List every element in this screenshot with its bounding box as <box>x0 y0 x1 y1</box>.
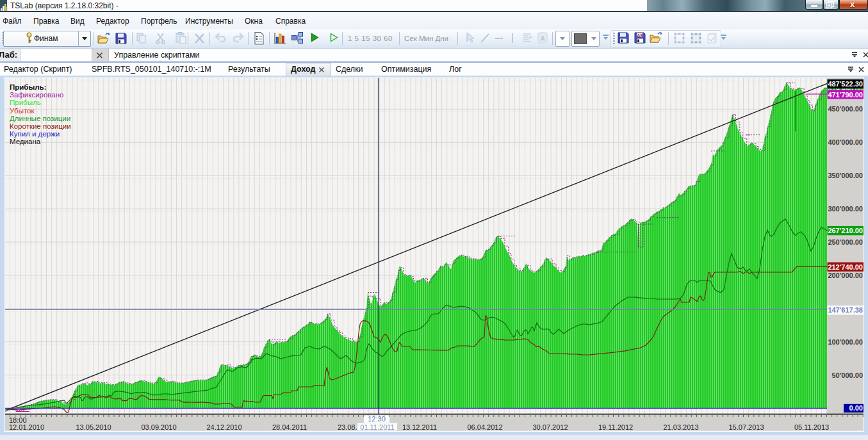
svg-text:Купил и держи: Купил и держи <box>10 130 60 138</box>
svg-text:A: A <box>540 35 545 42</box>
svg-text:100'000.00: 100'000.00 <box>828 338 863 346</box>
svg-text:487'522.30: 487'522.30 <box>828 80 863 88</box>
svg-text:Убыток: Убыток <box>10 107 35 115</box>
svg-text:21.03.2013: 21.03.2013 <box>663 423 698 431</box>
svg-text:Зафиксировано: Зафиксировано <box>10 91 63 99</box>
svg-text:05.11.2013: 05.11.2013 <box>794 423 829 431</box>
svg-text:400'000.00: 400'000.00 <box>828 138 863 146</box>
svg-text:Длинные позиции: Длинные позиции <box>10 115 70 122</box>
svg-text:03.09.2010: 03.09.2010 <box>141 423 176 431</box>
svg-text:Короткие позиции: Короткие позиции <box>10 122 71 130</box>
svg-text:13.12.2011: 13.12.2011 <box>402 423 437 431</box>
svg-text:12:30: 12:30 <box>368 415 386 423</box>
svg-text:06.04.2012: 06.04.2012 <box>467 423 502 431</box>
svg-text:212'740.00: 212'740.00 <box>828 263 863 271</box>
svg-text:300'000.00: 300'000.00 <box>828 205 863 213</box>
svg-text:Прибыль:: Прибыль: <box>10 83 47 91</box>
svg-text:0.00: 0.00 <box>849 404 863 412</box>
svg-text:24.12.2010: 24.12.2010 <box>206 423 242 431</box>
svg-text:450'000.00: 450'000.00 <box>828 105 863 113</box>
svg-text:13.05.2010: 13.05.2010 <box>76 423 111 431</box>
svg-text:250'000.00: 250'000.00 <box>828 238 863 246</box>
svg-text:471'790.00: 471'790.00 <box>828 91 863 99</box>
svg-text:30.07.2012: 30.07.2012 <box>532 423 568 431</box>
svg-text:19.11.2012: 19.11.2012 <box>598 423 633 431</box>
svg-text:Медиана: Медиана <box>10 138 41 145</box>
svg-text:28.04.2011: 28.04.2011 <box>272 423 307 431</box>
svg-text:267'210.00: 267'210.00 <box>828 227 863 234</box>
svg-text:15.07.2013: 15.07.2013 <box>728 423 764 431</box>
svg-text:Прибыль: Прибыль <box>10 99 41 106</box>
svg-text:12.01.2010: 12.01.2010 <box>9 423 44 431</box>
svg-text:01.11.2011: 01.11.2011 <box>360 423 394 431</box>
svg-text:50'000.00: 50'000.00 <box>832 371 864 379</box>
svg-text:350'000.00: 350'000.00 <box>828 172 863 179</box>
svg-text:AS: AS <box>637 33 643 38</box>
svg-text:200'000.00: 200'000.00 <box>828 272 863 279</box>
svg-text:147'617.38: 147'617.38 <box>828 306 863 314</box>
